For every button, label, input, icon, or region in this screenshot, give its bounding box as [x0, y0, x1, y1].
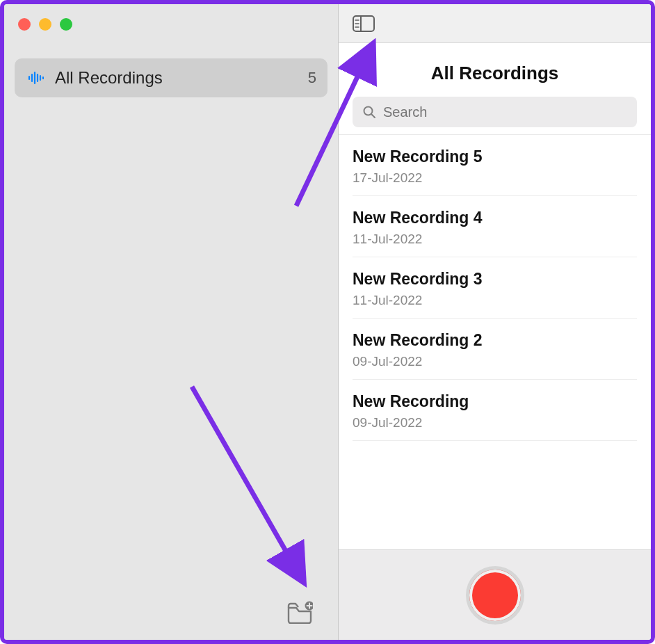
zoom-window-button[interactable] — [60, 18, 72, 31]
list-item[interactable]: New Recording 2 09-Jul-2022 — [353, 319, 637, 380]
recording-date: 11-Jul-2022 — [353, 293, 637, 308]
search-container — [339, 97, 651, 135]
toggle-sidebar-button[interactable] — [353, 15, 375, 32]
recordings-list: New Recording 5 17-Jul-2022 New Recordin… — [339, 135, 651, 549]
sidebar: All Recordings 5 — [4, 4, 338, 640]
recording-date: 09-Jul-2022 — [353, 354, 637, 369]
sidebar-item-all-recordings[interactable]: All Recordings 5 — [15, 58, 328, 97]
svg-line-15 — [372, 115, 375, 118]
recording-title: New Recording 3 — [353, 270, 637, 289]
main-column: All Recordings New Recording 5 17-Jul-20… — [339, 4, 651, 640]
waveform-icon — [26, 68, 45, 88]
recording-date: 09-Jul-2022 — [353, 415, 637, 430]
recording-title: New Recording 4 — [353, 209, 637, 227]
list-item[interactable]: New Recording 09-Jul-2022 — [353, 380, 637, 441]
minimize-window-button[interactable] — [39, 18, 51, 31]
sidebar-footer — [4, 584, 338, 640]
main-toolbar — [339, 4, 651, 43]
search-input[interactable] — [383, 104, 627, 120]
search-field[interactable] — [353, 97, 637, 127]
svg-point-14 — [364, 107, 373, 115]
new-folder-button[interactable] — [286, 599, 313, 625]
recording-title: New Recording 2 — [353, 331, 637, 350]
record-button[interactable] — [466, 566, 524, 625]
list-item[interactable]: New Recording 4 11-Jul-2022 — [353, 196, 637, 257]
list-item[interactable]: New Recording 5 17-Jul-2022 — [353, 135, 637, 196]
sidebar-item-count: 5 — [308, 69, 316, 87]
close-window-button[interactable] — [18, 18, 31, 31]
list-item[interactable]: New Recording 3 11-Jul-2022 — [353, 257, 637, 319]
recording-title: New Recording 5 — [353, 147, 637, 166]
recording-title: New Recording — [353, 392, 637, 411]
main-footer — [339, 549, 651, 640]
window-controls — [4, 4, 338, 38]
app-window: All Recordings 5 — [0, 0, 655, 644]
search-icon — [362, 105, 376, 119]
recording-date: 11-Jul-2022 — [353, 232, 637, 247]
sidebar-item-label: All Recordings — [55, 68, 298, 88]
page-title: All Recordings — [339, 43, 651, 97]
recording-date: 17-Jul-2022 — [353, 170, 637, 186]
